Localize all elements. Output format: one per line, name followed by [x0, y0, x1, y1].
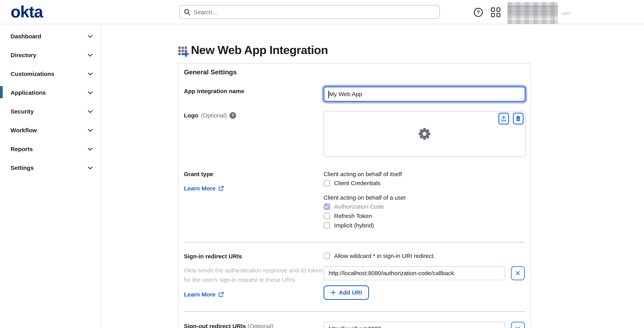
signout-redirect-label: Sign-out redirect URIs — [184, 323, 246, 328]
trash-icon — [515, 116, 521, 122]
page-title: New Web App Integration — [191, 44, 328, 56]
client-credentials-checkbox[interactable] — [324, 180, 330, 186]
checkbox-row-implicit-hybrid: Implicit (hybrid) — [324, 222, 374, 229]
logo-label: Logo — [184, 112, 198, 119]
check-icon — [325, 205, 329, 208]
checkbox-label: Implicit (hybrid) — [334, 222, 374, 229]
close-icon — [515, 271, 520, 276]
search-input[interactable] — [193, 6, 435, 19]
sidebar-item-applications[interactable]: Applications — [0, 83, 100, 102]
text-caret — [328, 90, 329, 98]
sidebar-nav: Dashboard Directory Customizations Appli… — [0, 24, 101, 328]
sidebar-item-security[interactable]: Security — [0, 102, 100, 121]
okta-logo[interactable]: okta — [10, 2, 43, 21]
chevron-down-icon — [88, 148, 93, 151]
checkbox-label: Authorization Code — [334, 203, 384, 210]
user-account-redacted-extra — [562, 12, 570, 15]
okta-admin-console: okta Dashboard Directory — [0, 0, 644, 328]
sidebar-item-workflow[interactable]: Workflow — [0, 121, 100, 140]
sidebar-item-reports[interactable]: Reports — [0, 140, 100, 159]
general-settings-card: General Settings App integration name Lo… — [178, 63, 530, 328]
app-switcher-button[interactable] — [491, 8, 501, 17]
grant-learn-more-link[interactable]: Learn More — [184, 185, 224, 192]
grid-icon — [491, 8, 495, 12]
logo-label-row: Logo (Optional) — [184, 112, 236, 119]
user-account-redacted[interactable] — [508, 2, 558, 24]
remove-signin-uri-button[interactable] — [511, 266, 525, 280]
refresh-token-checkbox[interactable] — [324, 213, 330, 219]
grant-type-label: Grant type — [184, 171, 213, 178]
section-divider — [184, 242, 526, 242]
card-heading: General Settings — [184, 68, 237, 76]
checkbox-label: Refresh Token — [334, 212, 372, 220]
app-name-label: App integration name — [184, 88, 244, 95]
checkbox-label: Client Credentials — [334, 180, 380, 187]
signin-redirect-label: Sign-in redirect URIs — [184, 253, 242, 260]
plus-icon — [183, 51, 188, 57]
search-icon — [184, 9, 190, 16]
sidebar-item-directory[interactable]: Directory — [0, 46, 100, 65]
upload-icon — [500, 116, 507, 122]
grant-self-heading: Client acting on behalf of itself — [324, 171, 402, 178]
signout-redirect-label-row: Sign-out redirect URIs (Optional) — [184, 322, 273, 328]
help-button[interactable] — [474, 8, 483, 17]
checkbox-row-wildcard: Allow wildcard * in sign-in URI redirect… — [324, 252, 435, 259]
chevron-down-icon — [88, 91, 93, 94]
grant-user-heading: Client acting on behalf of a user — [324, 194, 406, 201]
upload-logo-button[interactable] — [498, 113, 509, 124]
top-bar: okta — [0, 0, 644, 24]
chevron-down-icon — [88, 72, 93, 76]
sidebar-item-customizations[interactable]: Customizations — [0, 65, 100, 83]
plus-icon — [330, 290, 336, 295]
external-link-icon — [218, 292, 224, 297]
add-uri-button[interactable]: Add URI — [324, 285, 369, 300]
chevron-down-icon — [88, 110, 93, 113]
help-tooltip-icon[interactable] — [230, 112, 236, 119]
logo-optional: (Optional) — [201, 112, 227, 119]
authorization-code-checkbox[interactable] — [324, 203, 330, 210]
signin-uri-input[interactable] — [324, 266, 505, 280]
chevron-down-icon — [88, 166, 93, 169]
signin-learn-more-link[interactable]: Learn More — [184, 291, 224, 298]
external-link-icon — [218, 186, 224, 191]
signout-optional: (Optional) — [248, 323, 274, 328]
implicit-hybrid-checkbox[interactable] — [324, 222, 330, 229]
new-app-integration-icon — [178, 47, 187, 55]
chevron-down-icon — [88, 129, 93, 132]
app-name-input[interactable] — [324, 87, 526, 102]
signin-helper-text: Okta sends the authentication response a… — [184, 266, 322, 284]
gear-placeholder-icon — [418, 127, 431, 141]
checkbox-row-client-credentials: Client Credentials — [324, 180, 380, 187]
delete-logo-button[interactable] — [513, 113, 524, 124]
checkbox-label: Allow wildcard * in sign-in URI redirect… — [334, 252, 435, 259]
close-icon — [515, 326, 520, 328]
global-search[interactable] — [179, 5, 440, 19]
question-icon — [474, 9, 482, 16]
remove-signout-uri-button[interactable] — [511, 322, 525, 328]
sidebar-item-settings[interactable]: Settings — [0, 159, 100, 177]
chevron-down-icon — [88, 35, 93, 38]
section-divider — [184, 311, 526, 312]
signout-uri-input[interactable] — [324, 322, 505, 328]
wildcard-checkbox[interactable] — [324, 253, 330, 259]
sidebar-item-dashboard[interactable]: Dashboard — [0, 27, 100, 46]
checkbox-row-authorization-code: Authorization Code — [324, 203, 384, 210]
chevron-down-icon — [88, 54, 93, 57]
checkbox-row-refresh-token: Refresh Token — [324, 212, 372, 220]
